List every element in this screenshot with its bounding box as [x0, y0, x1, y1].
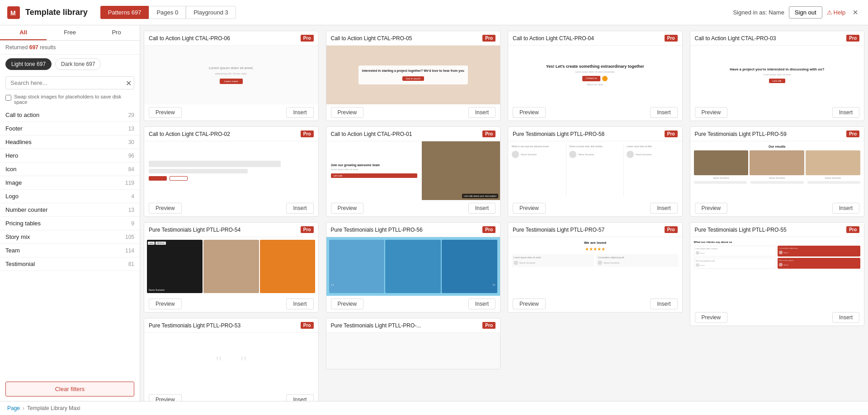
svg-text:M: M [10, 9, 16, 17]
modal-logo-icon: M [7, 6, 20, 19]
modal-header-right: Signed in as: Name Sign out ⚠ Help × [733, 6, 861, 19]
signed-in-label: Signed in as: Name [733, 9, 784, 16]
tab-pages[interactable]: Pages 0 [149, 6, 186, 19]
modal-header: M Template library Patterns 697 Pages 0 … [0, 0, 868, 21]
modal-title: Template library [25, 8, 88, 17]
tab-patterns[interactable]: Patterns 697 [100, 6, 149, 19]
help-icon: ⚠ [827, 9, 832, 16]
tab-playground[interactable]: Playground 3 [186, 6, 236, 19]
template-library-modal: M Template library Patterns 697 Pages 0 … [0, 0, 868, 21]
close-modal-button[interactable]: × [850, 6, 861, 19]
modal-overlay: M Template library Patterns 697 Pages 0 … [0, 0, 868, 21]
help-link[interactable]: ⚠ Help [827, 9, 846, 16]
modal-tabs: Patterns 697 Pages 0 Playground 3 [100, 6, 236, 19]
sign-out-button[interactable]: Sign out [789, 6, 822, 19]
